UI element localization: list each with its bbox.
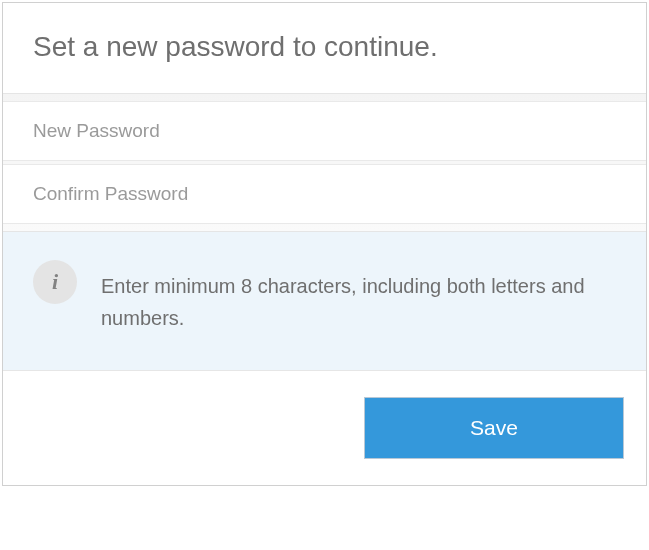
info-icon-glyph: i: [52, 269, 58, 295]
card-footer: Save: [3, 371, 646, 485]
info-box: i Enter minimum 8 characters, including …: [3, 232, 646, 371]
save-button[interactable]: Save: [364, 397, 624, 459]
new-password-row: [3, 101, 646, 161]
info-message: Enter minimum 8 characters, including bo…: [101, 260, 616, 334]
password-setup-card: Set a new password to continue. i Enter …: [2, 2, 647, 486]
info-icon: i: [33, 260, 77, 304]
card-header: Set a new password to continue.: [3, 3, 646, 93]
confirm-password-input[interactable]: [3, 165, 646, 223]
new-password-input[interactable]: [3, 102, 646, 160]
input-section: [3, 93, 646, 232]
confirm-password-row: [3, 164, 646, 224]
page-title: Set a new password to continue.: [33, 31, 616, 63]
